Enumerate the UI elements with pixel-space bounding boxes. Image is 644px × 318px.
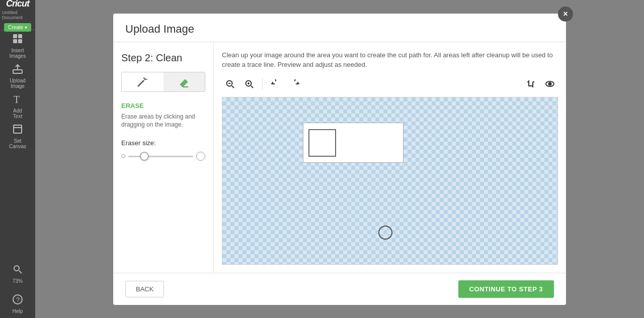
document-title: Untitled Document: [2, 10, 33, 20]
svg-rect-2: [13, 39, 17, 43]
zoom-label: 73%: [13, 278, 23, 284]
insert-images-label: InsertImages: [10, 48, 26, 59]
svg-line-26: [251, 86, 253, 88]
upload-image-icon: [11, 62, 25, 76]
eraser-size-label: Eraser size:: [121, 139, 205, 147]
tab-eraser[interactable]: [164, 72, 205, 91]
slider-min-dot: [121, 154, 125, 158]
insert-images-icon: [11, 32, 25, 46]
modal-title: Upload Image: [125, 23, 194, 36]
close-button[interactable]: ×: [558, 7, 573, 22]
sidebar-item-zoom[interactable]: 73%: [0, 258, 35, 288]
preview-button[interactable]: [542, 76, 558, 92]
inner-rectangle: [308, 129, 336, 157]
checkered-background: [222, 97, 557, 264]
left-panel: Step 2: Clean: [113, 42, 214, 273]
svg-text:T: T: [14, 94, 20, 105]
eraser-size-slider-container: [121, 152, 205, 161]
modal-overlay: × Upload Image Step 2: Clean: [35, 0, 644, 318]
slider-max-dot: [196, 152, 205, 161]
svg-text:?: ?: [16, 296, 20, 303]
svg-rect-4: [13, 70, 22, 73]
svg-rect-3: [18, 39, 22, 43]
sidebar-item-help[interactable]: ? Help: [0, 288, 35, 318]
modal-body: Step 2: Clean: [113, 42, 566, 273]
sidebar-item-set-canvas[interactable]: SetCanvas: [0, 121, 35, 151]
image-canvas[interactable]: [222, 97, 558, 265]
eraser-cursor: [378, 226, 392, 240]
sidebar-item-add-text[interactable]: T AddText: [0, 90, 35, 121]
redo-button[interactable]: [287, 76, 303, 92]
add-text-label: AddText: [13, 108, 22, 119]
svg-point-9: [14, 266, 19, 271]
sidebar-item-upload-image[interactable]: UploadImage: [0, 60, 35, 90]
zoom-in-button[interactable]: [241, 76, 257, 92]
upload-modal: × Upload Image Step 2: Clean: [113, 14, 566, 305]
svg-point-31: [549, 82, 551, 85]
svg-line-22: [232, 86, 234, 88]
instructions-text: Clean up your image around the area you …: [222, 50, 558, 70]
svg-rect-0: [13, 34, 17, 38]
help-icon: ?: [11, 292, 25, 306]
back-button[interactable]: BACK: [125, 281, 164, 297]
set-canvas-icon: [11, 122, 25, 136]
step-title: Step 2: Clean: [121, 52, 205, 64]
toolbar: [222, 76, 558, 92]
zoom-icon: [11, 262, 25, 276]
toolbar-divider-1: [262, 78, 263, 90]
right-panel: Clean up your image around the area you …: [214, 42, 566, 273]
sidebar-bottom: 73% ? Help: [0, 258, 35, 318]
set-canvas-label: SetCanvas: [9, 138, 26, 149]
undo-button[interactable]: [268, 76, 284, 92]
svg-rect-1: [18, 34, 22, 38]
upload-image-label: UploadImage: [10, 78, 26, 89]
eraser-label: ERASE: [121, 102, 205, 110]
add-text-icon: T: [11, 92, 25, 106]
modal-footer: BACK CONTINUE TO STEP 3: [113, 273, 566, 305]
crop-button[interactable]: [523, 76, 539, 92]
help-label: Help: [13, 308, 23, 314]
sidebar-item-insert-images[interactable]: InsertImages: [0, 30, 35, 60]
toolbar-right: [523, 76, 558, 92]
tool-tabs: [121, 72, 205, 92]
eraser-description: Erase areas by clicking and dragging on …: [121, 113, 205, 130]
svg-line-10: [19, 271, 22, 273]
svg-rect-7: [14, 125, 22, 133]
modal-header: Upload Image: [113, 14, 566, 42]
sidebar-logo: Cricut Untitled Document Create ▾: [0, 0, 35, 30]
eraser-size-slider[interactable]: [128, 156, 193, 157]
main-area: × Upload Image Step 2: Clean: [35, 0, 644, 318]
zoom-out-button[interactable]: [222, 76, 238, 92]
canvas-image: [303, 123, 404, 163]
cricut-logo: Cricut: [6, 0, 29, 9]
slider-thumb[interactable]: [140, 152, 149, 161]
sidebar: Cricut Untitled Document Create ▾ Insert…: [0, 0, 35, 318]
continue-to-step3-button[interactable]: CONTINUE TO STEP 3: [458, 280, 554, 298]
tab-magic-wand[interactable]: [122, 72, 164, 91]
